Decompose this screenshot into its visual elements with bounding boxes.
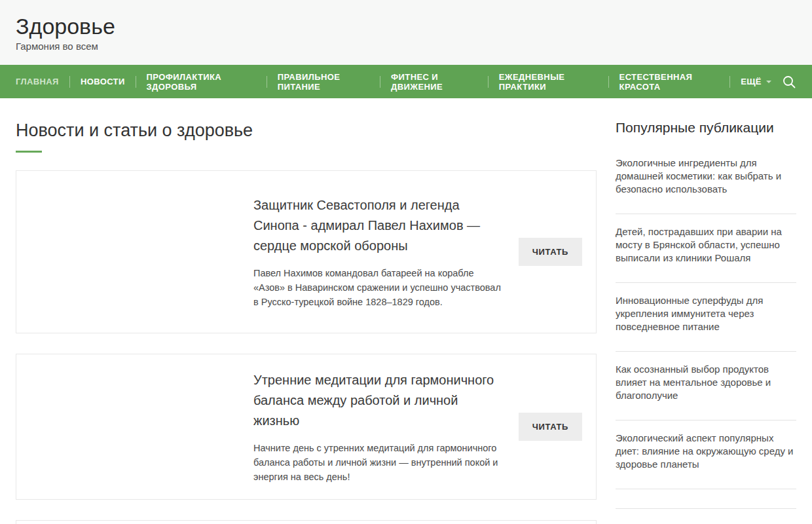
popular-item-link[interactable]: Как осознанный выбор продуктов влияет на… (616, 352, 796, 421)
popular-item-link[interactable]: Инновационные суперфуды для укрепления и… (616, 283, 796, 352)
nav-item-nutrition: ПРАВИЛЬНОЕ ПИТАНИЕ (267, 65, 380, 98)
sidebar: Популярные публикации Экологичные ингред… (616, 114, 796, 524)
article-card: Защитник Севастополя и легенда Синопа - … (16, 170, 597, 333)
title-accent-bar (16, 151, 42, 153)
nav-more-label: ЕЩЁ (741, 77, 762, 86)
article-action: ЧИТАТЬ (519, 413, 582, 441)
nav-item-news: НОВОСТИ (69, 65, 136, 98)
popular-item-link[interactable]: Экологичные ингредиенты для домашней кос… (616, 145, 796, 214)
main-content: Новости и статьи о здоровье Защитник Сев… (16, 114, 597, 524)
nav-item-prevention: ПРОФИЛАКТИКА ЗДОРОВЬЯ (136, 65, 267, 98)
site-tagline: Гармония во всем (16, 41, 796, 52)
article-card: Утренние медитации для гармоничного бала… (16, 354, 597, 500)
main-nav: ГЛАВНАЯ НОВОСТИ ПРОФИЛАКТИКА ЗДОРОВЬЯ ПР… (0, 65, 812, 98)
popular-item-empty (616, 489, 796, 509)
nav-link-beauty[interactable]: ЕСТЕСТВЕННАЯ КРАСОТА (609, 72, 730, 92)
search-button[interactable] (782, 75, 796, 89)
nav-item-beauty: ЕСТЕСТВЕННАЯ КРАСОТА (608, 65, 729, 98)
nav-link-prevention[interactable]: ПРОФИЛАКТИКА ЗДОРОВЬЯ (136, 72, 267, 92)
article-excerpt: Павел Нахимов командовал батареей на кор… (253, 266, 507, 309)
popular-publications-heading: Популярные публикации (616, 119, 796, 136)
page-body: Новости и статьи о здоровье Защитник Сев… (0, 98, 812, 524)
nav-item-fitness: ФИТНЕС И ДВИЖЕНИЕ (380, 65, 488, 98)
nav-item-home: ГЛАВНАЯ (16, 65, 69, 98)
nav-link-home[interactable]: ГЛАВНАЯ (16, 77, 69, 86)
nav-list: ГЛАВНАЯ НОВОСТИ ПРОФИЛАКТИКА ЗДОРОВЬЯ ПР… (16, 65, 782, 98)
search-icon (782, 75, 796, 89)
popular-item-link[interactable]: Детей, пострадавших при аварии на мосту … (616, 214, 796, 283)
article-excerpt: Начните день с утренних медитаций для га… (253, 441, 507, 484)
nav-item-more: ЕЩЁ (729, 65, 782, 98)
nav-link-news[interactable]: НОВОСТИ (70, 77, 136, 86)
nav-link-nutrition[interactable]: ПРАВИЛЬНОЕ ПИТАНИЕ (267, 72, 380, 92)
article-image-placeholder[interactable] (16, 171, 253, 333)
nav-link-more[interactable]: ЕЩЁ (730, 77, 782, 86)
article-image-placeholder[interactable] (16, 354, 253, 499)
nav-item-practices: ЕЖЕДНЕВНЫЕ ПРАКТИКИ (488, 65, 608, 98)
article-action: ЧИТАТЬ (519, 238, 582, 266)
page-title: Новости и статьи о здоровье (16, 120, 597, 141)
nav-link-practices[interactable]: ЕЖЕДНЕВНЫЕ ПРАКТИКИ (489, 72, 608, 92)
article-title[interactable]: Утренние медитации для гармоничного бала… (253, 370, 507, 431)
popular-item-link[interactable]: Экологический аспект популярных диет: вл… (616, 421, 796, 489)
article-body: Защитник Севастополя и легенда Синопа - … (253, 195, 512, 309)
nav-link-fitness[interactable]: ФИТНЕС И ДВИЖЕНИЕ (380, 72, 488, 92)
site-title[interactable]: Здоровье (16, 14, 796, 39)
site-header: Здоровье Гармония во всем (0, 0, 812, 65)
popular-publications-list: Экологичные ингредиенты для домашней кос… (616, 145, 796, 509)
chevron-down-icon (766, 81, 771, 83)
article-title[interactable]: Защитник Севастополя и легенда Синопа - … (253, 195, 507, 256)
article-body: Утренние медитации для гармоничного бала… (253, 370, 512, 484)
read-button[interactable]: ЧИТАТЬ (519, 238, 582, 266)
article-card-partial (16, 520, 597, 524)
read-button[interactable]: ЧИТАТЬ (519, 413, 582, 441)
